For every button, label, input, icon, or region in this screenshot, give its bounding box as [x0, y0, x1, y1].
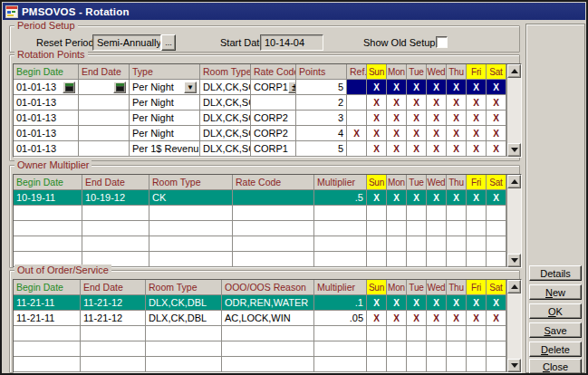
sun-cell[interactable] [367, 206, 387, 221]
rotation-scrollbar[interactable] [506, 64, 521, 157]
ooo-reason-cell[interactable] [222, 341, 314, 357]
scroll-down-button[interactable] [507, 254, 521, 267]
dropdown-button[interactable]: ▼ [184, 82, 197, 93]
save-button[interactable]: Save [529, 322, 582, 338]
end-date-cell[interactable] [79, 111, 130, 126]
sat-cell[interactable]: X [487, 295, 506, 311]
multiplier-cell[interactable] [314, 326, 367, 341]
room-type-cell[interactable]: DLX,CK,DBL [146, 311, 222, 326]
begin-date-cell[interactable]: 01-01-13 [14, 80, 79, 95]
wed-cell[interactable]: X [427, 111, 447, 126]
tue-cell[interactable]: X [407, 111, 427, 126]
room-type-cell[interactable] [146, 357, 222, 372]
end-date-cell[interactable] [82, 221, 149, 236]
end-date-cell[interactable]: 11-21-12 [81, 295, 146, 311]
wed-cell[interactable] [427, 341, 447, 357]
reset-period-field[interactable]: Semi-Annually [92, 34, 161, 51]
sat-cell[interactable] [487, 221, 506, 236]
sat-cell[interactable]: X [487, 311, 506, 326]
tue-cell[interactable] [407, 206, 427, 221]
wed-cell[interactable] [427, 357, 447, 372]
type-cell[interactable]: Per Night [130, 95, 200, 111]
sun-cell[interactable] [367, 221, 387, 236]
begin-date-cell[interactable] [14, 236, 82, 252]
end-date-cell[interactable] [79, 95, 130, 111]
end-date-cell[interactable] [82, 236, 149, 252]
sat-cell[interactable]: X [487, 80, 506, 95]
ref-cell[interactable] [347, 80, 367, 95]
room-type-cell[interactable]: DLX,CK,SGK,K [200, 95, 251, 111]
sun-cell[interactable]: X [367, 141, 387, 157]
reset-period-lov-button[interactable]: ... [161, 34, 176, 51]
rate-code-cell[interactable] [233, 221, 314, 236]
type-cell[interactable]: Per Night [130, 111, 200, 126]
ooo-reason-cell[interactable] [222, 326, 314, 341]
thu-cell[interactable] [447, 206, 467, 221]
end-date-cell[interactable]: 10-19-12 [82, 190, 149, 206]
tue-cell[interactable]: X [407, 126, 427, 141]
ooo-reason-cell[interactable]: AC,LOCK,WIN [222, 311, 314, 326]
sat-cell[interactable] [487, 252, 506, 267]
mon-cell[interactable]: X [387, 295, 407, 311]
end-date-cell[interactable] [81, 341, 146, 357]
room-type-cell[interactable] [146, 341, 222, 357]
type-cell[interactable]: Per 1$ Revenu [130, 141, 200, 157]
wed-cell[interactable] [427, 326, 447, 341]
sat-cell[interactable] [487, 341, 506, 357]
end-date-cell[interactable] [79, 141, 130, 157]
multiplier-cell[interactable] [314, 252, 367, 267]
lov-button[interactable]: ± [288, 82, 296, 93]
mon-cell[interactable]: X [387, 311, 407, 326]
begin-date-cell[interactable]: 01-01-13 [14, 126, 79, 141]
fri-cell[interactable]: X [467, 126, 487, 141]
begin-date-cell[interactable]: 01-01-13 [14, 111, 79, 126]
fri-cell[interactable]: X [467, 111, 487, 126]
end-date-cell[interactable] [81, 357, 146, 372]
ooo-scrollbar[interactable] [506, 280, 521, 372]
mon-cell[interactable] [387, 236, 407, 252]
points-cell[interactable]: 5 [296, 141, 347, 157]
sun-cell[interactable]: X [367, 80, 387, 95]
tue-cell[interactable] [407, 357, 427, 372]
tue-cell[interactable]: X [407, 141, 427, 157]
sat-cell[interactable]: X [487, 95, 506, 111]
sun-cell[interactable]: X [367, 95, 387, 111]
owner-scrollbar[interactable] [506, 175, 521, 267]
mon-cell[interactable] [387, 221, 407, 236]
sun-cell[interactable] [367, 357, 387, 372]
end-date-cell[interactable]: 11-21-12 [81, 311, 146, 326]
sun-cell[interactable]: X [367, 126, 387, 141]
mon-cell[interactable] [387, 252, 407, 267]
mon-cell[interactable] [387, 357, 407, 372]
wed-cell[interactable]: X [427, 295, 447, 311]
thu-cell[interactable] [447, 221, 467, 236]
wed-cell[interactable] [427, 236, 447, 252]
fri-cell[interactable]: X [467, 95, 487, 111]
type-cell[interactable]: Per Night [130, 126, 200, 141]
mon-cell[interactable] [387, 326, 407, 341]
scroll-down-button[interactable] [507, 143, 521, 157]
multiplier-cell[interactable] [314, 221, 367, 236]
thu-cell[interactable] [447, 236, 467, 252]
room-type-cell[interactable]: DLX,CK,SGK,K [200, 141, 251, 157]
sun-cell[interactable] [367, 341, 387, 357]
ref-cell[interactable] [347, 111, 367, 126]
mon-cell[interactable]: X [387, 190, 407, 206]
begin-date-cell[interactable]: 11-21-11 [14, 311, 81, 326]
mon-cell[interactable]: X [387, 141, 407, 157]
room-type-cell[interactable] [149, 236, 233, 252]
wed-cell[interactable] [427, 252, 447, 267]
multiplier-cell[interactable] [314, 341, 367, 357]
sun-cell[interactable]: X [367, 190, 387, 206]
sun-cell[interactable]: X [367, 295, 387, 311]
end-date-cell[interactable] [79, 80, 130, 95]
tue-cell[interactable]: X [407, 295, 427, 311]
scroll-up-button[interactable] [507, 64, 521, 78]
thu-cell[interactable] [447, 252, 467, 267]
multiplier-cell[interactable]: .5 [314, 190, 367, 206]
sun-cell[interactable] [367, 236, 387, 252]
sun-cell[interactable]: X [367, 111, 387, 126]
delete-button[interactable]: Delete [529, 341, 582, 357]
tue-cell[interactable]: X [407, 95, 427, 111]
scroll-up-button[interactable] [507, 175, 521, 188]
